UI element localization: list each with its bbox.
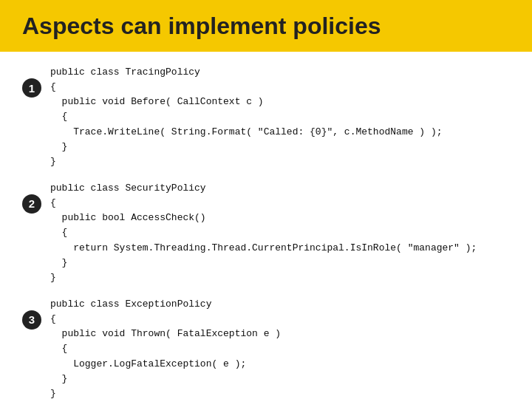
slide: Aspects can implement policies 1 public …	[0, 0, 532, 399]
badge-2: 2	[22, 194, 41, 214]
code-text-1: public class TracingPolicy { public void…	[50, 65, 443, 169]
code-block-3: 3 public class ExceptionPolicy { public …	[22, 297, 510, 399]
slide-title: Aspects can implement policies	[22, 13, 381, 40]
code-block-2: 2 public class SecurityPolicy { public b…	[22, 181, 510, 285]
content-area: 1 public class TracingPolicy { public vo…	[0, 52, 532, 399]
code-text-2: public class SecurityPolicy { public boo…	[50, 181, 477, 285]
code-block-1: 1 public class TracingPolicy { public vo…	[22, 65, 510, 169]
code-text-3: public class ExceptionPolicy { public vo…	[50, 297, 281, 399]
badge-3: 3	[22, 310, 41, 330]
badge-1: 1	[22, 78, 41, 98]
title-bar: Aspects can implement policies	[0, 0, 532, 52]
